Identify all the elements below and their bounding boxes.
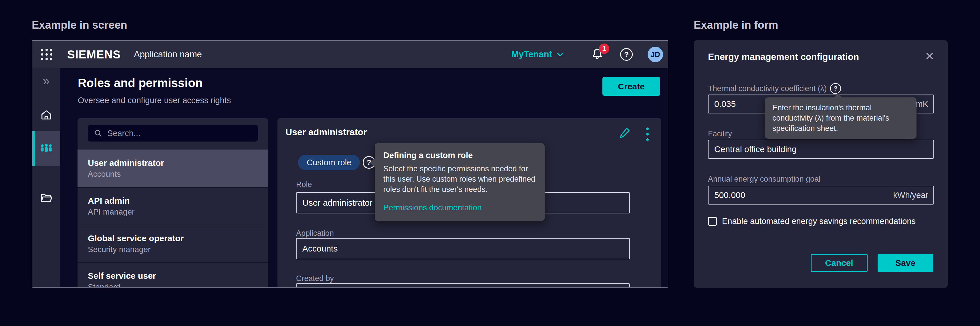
edit-button[interactable] (619, 126, 632, 139)
notifications-button[interactable]: 1 (590, 48, 604, 61)
app-header: SIEMENS Application name MyTenant 1 ? JD (32, 41, 668, 68)
annual-goal-field-label: Annual energy consumption goal (708, 175, 820, 184)
thermal-field-label-text: Thermal conductivity coefficient (λ) (708, 84, 827, 93)
user-avatar[interactable]: JD (648, 47, 663, 62)
search-icon (94, 129, 103, 138)
sidebar-expand-button[interactable]: » (32, 72, 60, 89)
detail-title: User administrator (285, 127, 367, 137)
custom-role-tooltip: Defining a custom role Select the specif… (375, 143, 545, 221)
facility-field-input[interactable]: Central office building (708, 140, 934, 159)
search-input[interactable] (107, 129, 252, 138)
permissions-documentation-link[interactable]: Permissions documentation (383, 203, 482, 212)
role-subtitle: API manager (88, 208, 268, 217)
chevron-double-right-icon: » (43, 74, 49, 88)
annual-goal-field-unit: kWh/year (893, 190, 928, 200)
app-launcher-icon[interactable] (41, 49, 52, 60)
page: Example in screen SIEMENS Application na… (0, 0, 980, 326)
siemens-logo: SIEMENS (67, 48, 121, 61)
create-button[interactable]: Create (602, 77, 660, 96)
facility-field-value: Central office building (714, 144, 797, 154)
notification-badge: 1 (599, 43, 609, 54)
sidebar-item-home[interactable] (32, 107, 60, 124)
facility-field-label: Facility (708, 129, 732, 138)
created-by-field-input[interactable] (296, 283, 630, 288)
role-title: Global service operator (88, 233, 268, 243)
checkbox-unchecked-icon[interactable] (708, 217, 717, 226)
sidebar-item-projects[interactable] (32, 190, 60, 207)
sidebar: » (32, 68, 60, 287)
close-icon[interactable]: ✕ (925, 50, 934, 62)
role-field-label: Role (296, 180, 312, 189)
role-list-item-api-admin[interactable]: API admin API manager (78, 187, 268, 225)
application-field-input[interactable]: Accounts (296, 238, 630, 259)
page-subtitle: Oversee and configure user access rights (78, 96, 231, 105)
save-button[interactable]: Save (878, 254, 933, 272)
annual-goal-field-input[interactable]: 500.000 kWh/year (708, 185, 934, 205)
thermal-tooltip: Enter the insulation's thermal conductiv… (765, 97, 916, 139)
role-list-item-global-service-operator[interactable]: Global service operator Security manager (78, 225, 268, 262)
checkbox-label: Enable automated energy savings recommen… (722, 217, 916, 226)
roles-list: User administrator Accounts API admin AP… (78, 150, 268, 288)
auto-savings-checkbox-row[interactable]: Enable automated energy savings recommen… (708, 217, 916, 226)
application-field-value: Accounts (302, 244, 337, 254)
tenant-label: MyTenant (511, 49, 552, 59)
cancel-button[interactable]: Cancel (811, 254, 868, 272)
custom-role-chip: Custom role (298, 155, 360, 170)
users-icon (39, 141, 54, 156)
search-box (88, 125, 258, 142)
chevron-down-icon (556, 50, 564, 58)
role-title: API admin (88, 196, 268, 206)
thermal-field-value: 0.035 (714, 99, 736, 109)
tenant-selector[interactable]: MyTenant (511, 49, 564, 59)
tooltip-body: Select the specific permissions needed f… (383, 164, 536, 195)
annual-goal-field-value: 500.000 (714, 190, 745, 200)
kebab-menu-button[interactable] (645, 126, 650, 142)
sidebar-item-roles[interactable] (32, 131, 60, 166)
roles-list-panel: User administrator Accounts API admin AP… (78, 118, 268, 288)
created-by-field-label: Created by (296, 274, 334, 283)
energy-form-card: Energy management configuration ✕ Therma… (694, 40, 948, 288)
thermal-field-label: Thermal conductivity coefficient (λ) ? (708, 83, 841, 94)
role-title: User administrator (88, 158, 268, 168)
role-detail-panel: User administrator Custom role ? Role Us… (277, 118, 661, 288)
role-subtitle: Accounts (88, 169, 268, 179)
role-subtitle: Standard (88, 283, 268, 288)
help-button[interactable]: ? (620, 48, 633, 61)
application-field-label: Application (296, 229, 334, 238)
page-title: Roles and permission (78, 76, 202, 90)
left-section-heading: Example in screen (32, 19, 127, 31)
tooltip-title: Defining a custom role (383, 151, 536, 160)
role-field-value: User administrator (302, 198, 372, 208)
header-actions: MyTenant 1 ? JD (511, 47, 663, 62)
application-name: Application name (134, 49, 202, 59)
pencil-icon (619, 126, 632, 139)
form-title: Energy management configuration (708, 51, 859, 62)
role-subtitle: Security manager (88, 245, 268, 254)
role-list-item-user-administrator[interactable]: User administrator Accounts (78, 150, 268, 187)
right-section-heading: Example in form (694, 19, 778, 31)
folder-open-icon (40, 191, 53, 205)
home-icon (40, 109, 53, 122)
role-title: Self service user (88, 271, 268, 281)
app-window: SIEMENS Application name MyTenant 1 ? JD (32, 40, 668, 288)
thermal-help-icon[interactable]: ? (830, 83, 841, 94)
role-list-item-self-service-user[interactable]: Self service user Standard (78, 262, 268, 288)
